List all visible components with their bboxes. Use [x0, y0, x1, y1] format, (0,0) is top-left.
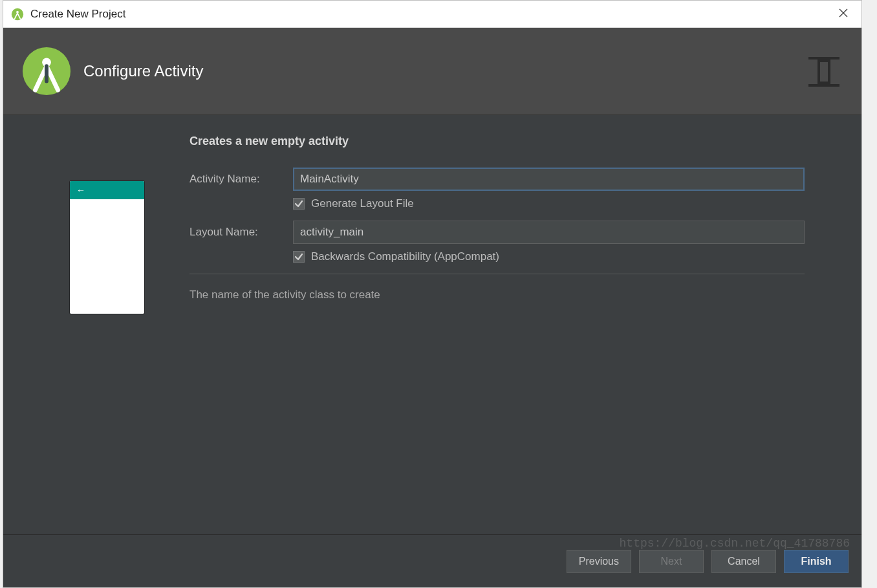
wizard-content: ← Creates a new empty activity Activity … — [3, 115, 861, 587]
phone-template-icon — [805, 52, 843, 91]
preview-column: ← — [21, 135, 189, 534]
previous-button[interactable]: Previous — [567, 550, 631, 573]
back-arrow-icon: ← — [76, 185, 85, 195]
phone-appbar: ← — [70, 181, 144, 199]
next-button[interactable]: Next — [639, 550, 704, 573]
backwards-compat-row: Backwards Compatibility (AppCompat) — [293, 250, 805, 263]
generate-layout-label: Generate Layout File — [311, 197, 414, 210]
close-icon[interactable] — [833, 4, 854, 24]
form-column: Creates a new empty activity Activity Na… — [189, 135, 843, 534]
svg-rect-5 — [819, 61, 829, 83]
window-title: Create New Project — [30, 8, 833, 21]
section-title: Creates a new empty activity — [189, 135, 805, 148]
activity-name-row: Activity Name: — [189, 168, 805, 191]
wizard-title: Configure Activity — [83, 62, 805, 80]
help-text: The name of the activity class to create — [189, 289, 805, 301]
cancel-button[interactable]: Cancel — [711, 550, 776, 573]
backwards-compat-checkbox[interactable] — [293, 251, 305, 263]
phone-preview: ← — [70, 181, 144, 314]
wizard-footer: Previous Next Cancel Finish — [3, 534, 861, 587]
android-studio-logo-icon — [21, 46, 72, 96]
titlebar: Create New Project — [3, 1, 861, 28]
dialog-window: Create New Project Configure Activity — [3, 0, 862, 588]
generate-layout-row: Generate Layout File — [293, 197, 805, 210]
layout-name-label: Layout Name: — [189, 226, 293, 239]
backwards-compat-label: Backwards Compatibility (AppCompat) — [311, 250, 499, 263]
wizard-header: Configure Activity — [3, 28, 861, 115]
android-studio-icon — [11, 8, 24, 21]
activity-name-input[interactable] — [293, 168, 805, 191]
generate-layout-checkbox[interactable] — [293, 198, 305, 210]
help-area: The name of the activity class to create — [189, 274, 805, 327]
activity-name-label: Activity Name: — [189, 173, 293, 186]
finish-button[interactable]: Finish — [784, 550, 849, 573]
layout-name-input[interactable] — [293, 221, 805, 244]
layout-name-row: Layout Name: — [189, 221, 805, 244]
